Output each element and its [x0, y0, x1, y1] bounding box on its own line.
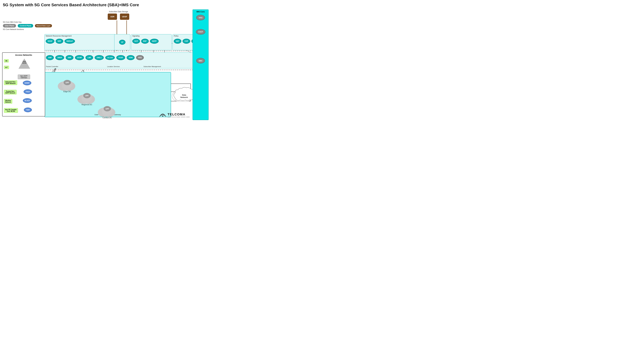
svg-text:UPF: UPF: [106, 108, 109, 110]
ucmf-oval: UCMF: [75, 55, 84, 60]
main-title: 5G System with 5G Core Services Based Ar…: [0, 0, 209, 8]
gmlc-oval: GMLC: [95, 55, 104, 60]
svg-text:Network: Network: [180, 96, 188, 98]
af-area: AF: [114, 34, 130, 50]
location-services-label: Location Services: [107, 66, 120, 67]
scp-oval: SCP: [132, 39, 140, 44]
cscf-oval: CSCF: [196, 29, 205, 35]
svg-text:UPF: UPF: [66, 82, 69, 84]
signaling-box: Signaling SCP BSF SEPP: [131, 34, 172, 50]
telcoma-radio-icon: [159, 112, 166, 119]
non5g-box: Non-5G CapableOver WLAN: [4, 108, 18, 113]
tngf-oval: TNGF: [24, 89, 32, 94]
wireline-box: WirelineNetwork: [4, 99, 12, 104]
chf-oval: CHF: [183, 39, 190, 44]
nef-oval: NEF: [174, 39, 181, 44]
access-networks-box: Access Networks UE IoT RAN4G/5G Non-3GPP…: [2, 52, 45, 117]
nrf-oval: NRF: [56, 39, 63, 44]
nssf-oval: NSSF: [46, 39, 54, 44]
control-plane-row: Packet Controller Location Services Subs…: [44, 52, 206, 68]
telcoma-name: TELCOMA: [167, 113, 190, 116]
central-dc-cloud: UPF Central DC: [96, 104, 118, 119]
telcoma-text-area: TELCOMA CERTIFICATIONS SINCE 2009: [167, 113, 190, 118]
untrusted-box: Untrusted Non-3GPP Network: [4, 80, 17, 85]
access-networks-title: Access Networks: [2, 53, 45, 57]
nwdaf-oval: NWDAF: [65, 39, 75, 44]
edge-dc-cloud: UPF Edge DC: [56, 78, 78, 93]
wagf-oval: W-AGF: [23, 98, 32, 103]
regional-dc-cloud: UPF Regional DC: [76, 91, 98, 106]
ims-core-panel: IMS Core VAS CSCF SBC: [193, 9, 209, 120]
smsf-oval: SMSF: [55, 55, 64, 60]
svg-text:UPF: UPF: [85, 95, 89, 97]
sgeir-oval: SG-EIR: [105, 55, 115, 60]
packet-controller-label: Packet Controller: [46, 66, 58, 67]
af-oval: AF: [119, 40, 125, 45]
bsf-oval: BSF: [141, 39, 149, 44]
user-plane-pill: User Plane: [3, 24, 16, 28]
subscriber-management-label: Subscriber Management: [144, 66, 161, 67]
non3gpp-gateways-box: Non-3GPPGateways: [18, 75, 30, 79]
smf-oval: SMF: [66, 55, 73, 60]
sbc-oval: SBC: [196, 58, 205, 63]
telcoma-subtitle: CERTIFICATIONS SINCE 2009: [167, 116, 190, 118]
twif-oval: TWIF: [24, 108, 32, 112]
udr-cylinder: UDR: [108, 13, 117, 20]
lmf-oval: LMF: [85, 55, 93, 60]
svg-text:Data: Data: [182, 94, 186, 96]
n3iwf-oval: N3IWF: [23, 81, 31, 85]
svg-point-75: [162, 116, 163, 117]
udsf-cylinder: UDSF: [120, 13, 129, 20]
subscriber-data-storage: Subscriber Data Storage UDR UDSF: [108, 11, 129, 20]
iot-box: IoT: [4, 66, 9, 69]
ue-box: UE: [4, 59, 9, 62]
shared-data-layer-pill: Shared Data Layer: [35, 24, 52, 27]
ausf-oval: AUSF: [116, 55, 125, 60]
ran-triangle-area: RAN4G/5G: [18, 58, 30, 64]
ims-core-label: IMS Core: [193, 10, 208, 14]
control-plane-pill: Control Plane: [18, 24, 33, 28]
telcoma-logo: TELCOMA CERTIFICATIONS SINCE 2009: [159, 112, 190, 119]
sepp-oval: SEPP: [150, 39, 159, 44]
user-data-area: User Data and Packet Gateway UPF Edge DC: [44, 72, 171, 117]
core-network-label: 5G Core Network functions: [3, 28, 52, 30]
udm-oval: UDM: [127, 55, 135, 60]
subscriber-storage-label: Subscriber Data Storage: [108, 11, 129, 13]
color-key-title: 5G Core SBA Color Key: [3, 21, 52, 23]
vas-oval: VAS: [196, 15, 205, 20]
amf-oval: AMF: [46, 55, 54, 60]
color-key-section: 5G Core SBA Color Key User Plane Control…: [3, 21, 52, 30]
signaling-label: Signaling: [131, 34, 172, 38]
trusted-box: Trusted Non-3GPP Network: [4, 90, 17, 94]
hss-oval: HSS: [136, 55, 144, 60]
